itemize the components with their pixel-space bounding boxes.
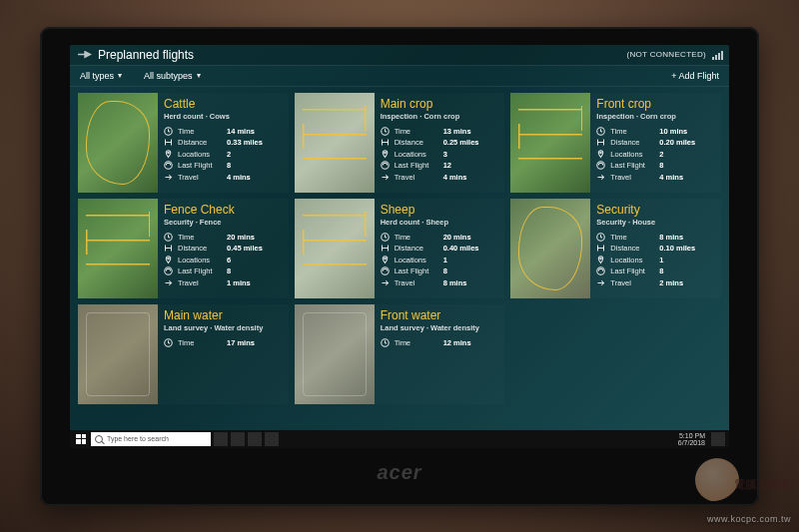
distance-icon xyxy=(596,244,605,253)
windows-taskbar: Type here to search 5:10 PM 6/7/2018 xyxy=(70,430,729,448)
stat-value: 0.20 miles xyxy=(659,138,695,147)
flight-subtitle: Inspection · Corn crop xyxy=(381,112,503,121)
stat-row: Last Flight8 xyxy=(164,266,287,275)
stat-row: Time20 mins xyxy=(164,233,287,242)
watermark-url: www.kocpc.com.tw xyxy=(707,514,791,524)
flight-path-overlay xyxy=(518,207,582,290)
task-view-icon[interactable] xyxy=(214,432,228,446)
flight-path-overlay xyxy=(86,312,150,396)
arrow-icon xyxy=(596,278,605,287)
watermark-brand: 電腦王阿達 xyxy=(734,477,789,492)
flight-thumbnail xyxy=(78,304,158,404)
stat-value: 1 xyxy=(443,256,447,265)
flight-thumbnail xyxy=(295,199,375,298)
stat-value: 1 xyxy=(659,256,663,265)
stat-row: Travel1 mins xyxy=(164,278,287,287)
pin-icon xyxy=(164,150,173,159)
clock-icon xyxy=(381,233,390,242)
flight-card[interactable]: SheepHerd count · SheepTime20 minsDistan… xyxy=(295,199,505,298)
history-icon xyxy=(164,266,173,275)
stat-row: Distance0.40 miles xyxy=(381,244,503,253)
app-window: Preplanned flights (NOT CONNECTED) All t… xyxy=(70,45,729,430)
stat-row: Time20 mins xyxy=(381,233,503,242)
stat-label: Locations xyxy=(178,256,222,265)
flight-subtitle: Herd count · Cows xyxy=(164,112,287,121)
flight-card[interactable]: Main waterLand survey · Water densityTim… xyxy=(78,304,289,404)
stat-label: Time xyxy=(610,233,654,242)
distance-icon xyxy=(381,244,390,253)
flight-path-overlay xyxy=(86,101,150,185)
flight-meta: SheepHerd count · SheepTime20 minsDistan… xyxy=(381,199,505,298)
stat-row: Travel8 mins xyxy=(381,278,503,287)
flight-meta: SecuritySecurity · HouseTime8 minsDistan… xyxy=(596,199,721,298)
stat-row: Locations3 xyxy=(381,150,503,159)
filter-subtype-dropdown[interactable]: All subtypes ▾ xyxy=(144,71,201,81)
stat-label: Time xyxy=(395,127,438,136)
stat-value: 4 mins xyxy=(443,173,467,182)
flight-card[interactable]: Fence CheckSecurity · FenceTime20 minsDi… xyxy=(78,199,289,298)
flight-thumbnail xyxy=(78,93,158,193)
stat-value: 0.25 miles xyxy=(443,138,479,147)
stat-value: 0.10 miles xyxy=(659,244,695,253)
flight-subtitle: Land survey · Water density xyxy=(164,323,287,332)
stat-value: 6 xyxy=(227,256,231,265)
stat-row: Last Flight8 xyxy=(164,161,287,170)
stat-row: Time8 mins xyxy=(596,233,719,242)
title-bar: Preplanned flights (NOT CONNECTED) xyxy=(70,45,729,65)
arrow-icon xyxy=(164,173,173,182)
taskbar-app-icon[interactable] xyxy=(231,432,245,446)
app-title: Preplanned flights xyxy=(98,48,194,62)
stat-value: 2 xyxy=(659,150,663,159)
flight-thumbnail xyxy=(510,93,590,193)
stat-value: 8 xyxy=(443,266,447,275)
distance-icon xyxy=(164,138,173,147)
svg-point-10 xyxy=(168,258,170,260)
flight-path-overlay xyxy=(303,207,367,290)
flight-thumbnail xyxy=(295,304,375,404)
flight-meta: Front cropInspection · Corn cropTime10 m… xyxy=(596,93,721,193)
stat-row: Locations2 xyxy=(596,150,719,159)
stat-value: 1 mins xyxy=(227,278,251,287)
stat-value: 8 xyxy=(659,161,663,170)
stat-row: Travel4 mins xyxy=(596,173,719,182)
filter-type-dropdown[interactable]: All types ▾ xyxy=(80,71,122,81)
flight-card[interactable]: Front waterLand survey · Water densityTi… xyxy=(295,304,505,404)
flights-grid: CattleHerd count · CowsTime14 minsDistan… xyxy=(70,87,729,430)
taskbar-search[interactable]: Type here to search xyxy=(91,432,211,446)
stat-row: Distance0.33 miles xyxy=(164,138,287,147)
filter-bar: All types ▾ All subtypes ▾ + Add Flight xyxy=(70,65,729,87)
svg-point-7 xyxy=(600,152,602,154)
flight-subtitle: Security · House xyxy=(596,218,719,227)
flight-title: Cattle xyxy=(164,97,287,111)
flight-thumbnail xyxy=(510,199,590,298)
stat-row: Locations1 xyxy=(596,256,719,265)
signal-icon xyxy=(712,50,723,60)
clock-icon xyxy=(596,127,605,136)
flight-card[interactable]: Main cropInspection · Corn cropTime13 mi… xyxy=(295,93,505,193)
stat-label: Locations xyxy=(395,150,438,159)
stat-row: Time10 mins xyxy=(596,127,719,136)
clock-icon xyxy=(596,233,605,242)
stat-label: Locations xyxy=(178,150,222,159)
flight-stats: Time14 minsDistance0.33 milesLocations2L… xyxy=(164,127,287,182)
flight-stats: Time10 minsDistance0.20 milesLocations2L… xyxy=(596,127,719,182)
flight-meta: Main cropInspection · Corn cropTime13 mi… xyxy=(381,93,505,193)
history-icon xyxy=(381,161,390,170)
taskbar-date: 6/7/2018 xyxy=(678,439,705,446)
flight-card[interactable]: CattleHerd count · CowsTime14 minsDistan… xyxy=(78,93,289,193)
clock-icon xyxy=(381,338,390,347)
action-center-icon[interactable] xyxy=(711,432,725,446)
stat-label: Locations xyxy=(610,256,654,265)
clock-icon xyxy=(164,127,173,136)
stat-row: Time13 mins xyxy=(381,127,503,136)
flight-card[interactable]: Front cropInspection · Corn cropTime10 m… xyxy=(510,93,721,193)
stat-value: 4 mins xyxy=(227,173,251,182)
flight-card[interactable]: SecuritySecurity · HouseTime8 minsDistan… xyxy=(510,199,721,298)
flight-title: Security xyxy=(596,203,719,217)
add-flight-button[interactable]: + Add Flight xyxy=(671,71,719,81)
start-button[interactable] xyxy=(74,432,88,446)
stat-value: 20 mins xyxy=(227,233,255,242)
taskbar-clock[interactable]: 5:10 PM 6/7/2018 xyxy=(678,432,705,446)
taskbar-app-icon[interactable] xyxy=(265,432,279,446)
taskbar-app-icon[interactable] xyxy=(248,432,262,446)
